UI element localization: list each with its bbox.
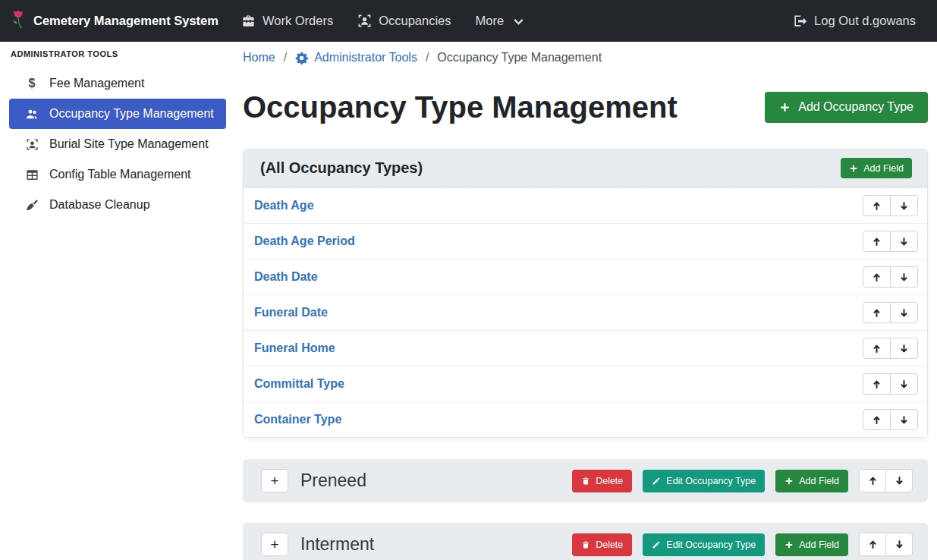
field-link-death-age-period[interactable]: Death Age Period [254, 234, 355, 248]
delete-label: Delete [596, 476, 623, 486]
reorder-buttons [859, 469, 913, 492]
move-up-button[interactable] [859, 469, 886, 492]
reorder-buttons [863, 266, 918, 288]
move-down-button[interactable] [890, 338, 918, 359]
move-up-button[interactable] [859, 533, 886, 556]
edit-occupancy-type-button[interactable]: Edit Occupancy Type [643, 533, 765, 556]
edit-occupancy-type-label: Edit Occupancy Type [666, 540, 756, 550]
all-occupancy-types-card: (All Occupancy Types) Add Field Death Ag… [243, 149, 928, 438]
nav-occupancies-label: Occupancies [379, 14, 451, 28]
reorder-buttons [863, 302, 918, 323]
reorder-buttons [863, 338, 918, 359]
reorder-buttons [859, 533, 913, 556]
toolbox-icon [241, 14, 256, 28]
arrow-down-icon [895, 476, 904, 486]
move-down-button[interactable] [890, 373, 918, 395]
nav-work-orders-label: Work Orders [263, 14, 333, 28]
table-icon [24, 168, 39, 181]
sidebar-item-label: Burial Site Type Management [49, 137, 209, 151]
field-link-death-age[interactable]: Death Age [254, 199, 314, 212]
field-row: Death Age Period [244, 223, 927, 259]
add-field-label: Add Field [799, 540, 839, 550]
sidebar-item-burial-site-type-management[interactable]: Burial Site Type Management [9, 129, 226, 159]
reorder-buttons [863, 195, 918, 216]
move-down-button[interactable] [890, 409, 918, 430]
all-occupancy-types-title: (All Occupancy Types) [260, 159, 423, 177]
add-occupancy-type-button[interactable]: Add Occupancy Type [765, 92, 928, 123]
plus-icon [785, 540, 794, 549]
add-field-button[interactable]: Add Field [775, 533, 848, 556]
arrow-down-icon [899, 344, 909, 354]
plus-icon [779, 102, 791, 113]
nav-occupancies[interactable]: Occupancies [345, 14, 463, 28]
move-up-button[interactable] [863, 373, 891, 395]
expand-button[interactable]: + [261, 533, 288, 556]
trash-icon [581, 540, 590, 549]
delete-label: Delete [596, 540, 623, 550]
move-up-button[interactable] [863, 338, 891, 359]
pencil-icon [652, 540, 661, 549]
field-row: Committal Type [244, 366, 927, 401]
delete-button[interactable]: Delete [572, 533, 632, 556]
move-up-button[interactable] [863, 266, 891, 288]
plus-icon [849, 164, 858, 173]
field-link-container-type[interactable]: Container Type [254, 413, 341, 426]
users-icon [24, 108, 39, 121]
add-field-label: Add Field [863, 163, 904, 174]
nav-more[interactable]: More [464, 14, 538, 29]
field-row: Funeral Home [244, 330, 927, 366]
arrow-down-icon [895, 540, 904, 549]
sidebar-item-database-cleanup[interactable]: Database Cleanup [9, 190, 226, 220]
arrow-down-icon [899, 237, 909, 247]
nav-work-orders[interactable]: Work Orders [229, 14, 345, 28]
arrow-up-icon [872, 344, 882, 354]
section-actions: Delete Edit Occupancy Type Add Field [572, 533, 913, 556]
section-name: Interment [300, 534, 374, 555]
add-field-button[interactable]: Add Field [841, 158, 912, 178]
move-up-button[interactable] [863, 231, 891, 252]
page-title: Occupancy Type Management [243, 87, 678, 127]
move-down-button[interactable] [890, 195, 918, 216]
field-link-funeral-date[interactable]: Funeral Date [254, 306, 328, 319]
arrow-up-icon [868, 476, 878, 486]
delete-button[interactable]: Delete [572, 470, 632, 492]
move-down-button[interactable] [885, 533, 913, 556]
sidebar-item-config-table-management[interactable]: Config Table Management [9, 159, 226, 190]
field-link-committal-type[interactable]: Committal Type [254, 377, 344, 391]
sidebar-item-label: Occupancy Type Management [49, 107, 214, 121]
logout-icon [793, 14, 807, 28]
sidebar-item-occupancy-type-management[interactable]: Occupancy Type Management [9, 99, 226, 129]
arrow-up-icon [872, 201, 882, 211]
expand-button[interactable]: + [261, 469, 288, 492]
logout-link[interactable]: Log Out d.gowans [781, 14, 928, 28]
edit-occupancy-type-button[interactable]: Edit Occupancy Type [643, 470, 765, 492]
main-content: Home / Administrator Tools / Occupancy T… [228, 42, 937, 560]
move-down-button[interactable] [890, 266, 918, 288]
breadcrumb-home[interactable]: Home [243, 51, 275, 64]
breadcrumb-separator: / [426, 51, 429, 64]
occupancy-type-section-preneed: + Preneed Delete Edit Occupancy Type Add… [243, 459, 928, 502]
move-up-button[interactable] [863, 302, 891, 323]
move-down-button[interactable] [890, 302, 918, 323]
arrow-down-icon [899, 379, 909, 389]
arrow-up-icon [872, 415, 882, 425]
sidebar-item-fee-management[interactable]: $ Fee Management [9, 68, 226, 99]
move-down-button[interactable] [885, 469, 913, 492]
move-up-button[interactable] [863, 409, 891, 430]
field-row: Container Type [244, 401, 927, 437]
section-actions: Delete Edit Occupancy Type Add Field [572, 469, 913, 492]
breadcrumb-admin-tools[interactable]: Administrator Tools [295, 51, 417, 64]
gear-icon [295, 52, 308, 64]
logout-label: Log Out d.gowans [814, 14, 916, 28]
field-link-funeral-home[interactable]: Funeral Home [254, 341, 335, 355]
section-name: Preneed [300, 470, 366, 491]
edit-occupancy-type-label: Edit Occupancy Type [666, 476, 756, 486]
brand-link[interactable]: Cemetery Management System [11, 10, 219, 32]
reorder-buttons [863, 409, 918, 430]
add-field-button[interactable]: Add Field [775, 470, 848, 492]
move-down-button[interactable] [890, 231, 918, 252]
chevron-down-icon [512, 16, 525, 29]
add-field-label: Add Field [799, 476, 839, 486]
field-link-death-date[interactable]: Death Date [254, 270, 318, 284]
move-up-button[interactable] [863, 195, 891, 216]
